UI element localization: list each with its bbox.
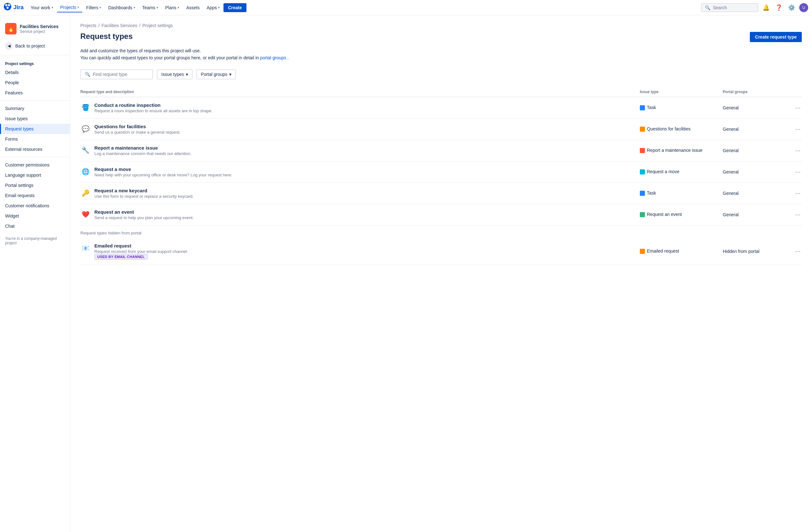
sidebar-item-widget[interactable]: Widget: [0, 211, 70, 221]
sidebar-item-chat[interactable]: Chat: [0, 221, 70, 231]
table-row: 💬 Questions for facilities Send us a que…: [80, 119, 802, 140]
rt-portal-group: Hidden from portal: [723, 249, 786, 254]
request-type-search-input[interactable]: [93, 72, 148, 77]
apps-nav[interactable]: Apps ▾: [203, 3, 223, 12]
sidebar-item-external-resources[interactable]: External resources: [0, 144, 70, 154]
table-row: 🪣 Conduct a routine inspection Request a…: [80, 97, 802, 119]
nav-right: 🔍 Search 🔔 ❓ ⚙️ U: [701, 2, 808, 13]
sidebar-item-customer-permissions[interactable]: Customer permissions: [0, 160, 70, 170]
rt-more-button[interactable]: ···: [794, 103, 802, 113]
sidebar-item-people[interactable]: People: [0, 77, 70, 88]
sidebar-item-issue-types[interactable]: Issue types: [0, 114, 70, 124]
notifications-button[interactable]: 🔔: [761, 2, 771, 13]
page-header: Request types Create request type: [80, 32, 802, 42]
rt-portal-group: General: [723, 169, 786, 174]
portal-groups-link[interactable]: portal groups: [260, 55, 286, 60]
rt-name-col: 🪣 Conduct a routine inspection Request a…: [80, 102, 640, 113]
issue-type-icon: [640, 169, 645, 174]
rt-issue-type: Request an event: [640, 212, 723, 217]
rt-more-button[interactable]: ···: [794, 145, 802, 155]
sidebar-divider-features: [0, 100, 70, 101]
rt-more-button[interactable]: ···: [794, 246, 802, 256]
rt-icon: 💬: [80, 124, 90, 134]
rt-name-col: 📧 Emailed request Request received from …: [80, 243, 640, 260]
page-desc-prefix: You can quickly add request types to you…: [80, 55, 260, 60]
settings-button[interactable]: ⚙️: [786, 2, 797, 13]
global-search[interactable]: 🔍 Search: [701, 3, 758, 12]
rt-icon: 🌐: [80, 167, 90, 177]
breadcrumb-current: Project settings: [142, 23, 173, 28]
rt-portal-group: General: [723, 105, 786, 110]
sidebar-item-request-types[interactable]: Request types: [0, 124, 70, 134]
sidebar-item-features[interactable]: Features: [0, 88, 70, 98]
rt-more-button[interactable]: ···: [794, 167, 802, 177]
teams-nav[interactable]: Teams ▾: [139, 3, 161, 12]
jira-icon: [4, 3, 12, 12]
page-desc-line1: Add and customize the types of requests …: [80, 47, 802, 54]
rt-desc: Request a room inspection to ensure all …: [95, 109, 213, 113]
issue-type-icon: [640, 105, 645, 110]
rt-name: Conduct a routine inspection: [95, 102, 213, 108]
rt-portal-group: General: [723, 148, 786, 153]
create-request-type-button[interactable]: Create request type: [750, 32, 802, 42]
sidebar-divider-1: [0, 55, 70, 55]
sidebar-item-summary[interactable]: Summary: [0, 103, 70, 114]
breadcrumb-facilities[interactable]: Facilities Services: [101, 23, 137, 28]
plans-nav[interactable]: Plans ▾: [162, 3, 182, 12]
filters-chevron: ▾: [100, 6, 101, 9]
issue-types-chevron: ▾: [186, 72, 188, 77]
rt-icon: 🔧: [80, 145, 90, 155]
user-avatar[interactable]: U: [799, 3, 808, 12]
breadcrumb-projects[interactable]: Projects: [80, 23, 97, 28]
create-button[interactable]: Create: [223, 3, 246, 12]
sidebar-item-language-support[interactable]: Language support: [0, 170, 70, 180]
sidebar-project-header: 🔥 Facilities Services Service project: [0, 20, 70, 40]
rt-more-button[interactable]: ···: [794, 124, 802, 134]
col-portal-groups: Portal groups: [723, 90, 786, 94]
rt-issue-type: Emailed request: [640, 248, 723, 254]
assets-nav[interactable]: Assets: [183, 3, 203, 12]
main-content: Projects / Facilities Services / Project…: [70, 15, 812, 532]
filter-row: 🔍 Issue types ▾ Portal groups ▾: [80, 69, 802, 80]
hidden-section-label: Request types hidden from portal: [80, 226, 802, 238]
sidebar-item-details[interactable]: Details: [0, 67, 70, 77]
top-navigation: Jira Your work ▾ Projects ▾ Filters ▾ Da…: [0, 0, 812, 15]
project-name: Facilities Services: [20, 24, 58, 29]
rt-portal-group: General: [723, 127, 786, 132]
dashboards-nav[interactable]: Dashboards ▾: [105, 3, 139, 12]
sidebar-item-portal-settings[interactable]: Portal settings: [0, 180, 70, 190]
plans-chevron: ▾: [177, 6, 179, 9]
your-work-nav[interactable]: Your work ▾: [27, 3, 56, 12]
issue-type-icon: [640, 191, 645, 196]
table-row: 🌐 Request a move Need help with your upc…: [80, 161, 802, 183]
help-button[interactable]: ❓: [774, 2, 784, 13]
rt-more-button[interactable]: ···: [794, 210, 802, 219]
table-row: 📧 Emailed request Request received from …: [80, 238, 802, 265]
rt-name: Request a move: [95, 167, 232, 172]
rt-issue-type: Request a move: [640, 169, 723, 174]
rt-icon: 📧: [80, 243, 90, 253]
jira-logo[interactable]: Jira: [4, 3, 24, 12]
portal-groups-filter[interactable]: Portal groups ▾: [197, 69, 236, 80]
projects-nav[interactable]: Projects ▾: [57, 3, 83, 12]
back-to-project[interactable]: ◀ Back to project: [0, 40, 70, 52]
rt-desc: Use this form to request or replace a se…: [95, 194, 193, 199]
request-types-list: 🪣 Conduct a routine inspection Request a…: [80, 97, 802, 226]
rt-name-col: 🔑 Request a new keycard Use this form to…: [80, 188, 640, 199]
rt-issue-type: Report a maintenance issue: [640, 148, 723, 153]
your-work-chevron: ▾: [52, 6, 53, 9]
request-type-search[interactable]: 🔍: [80, 69, 153, 80]
filters-nav[interactable]: Filters ▾: [83, 3, 104, 12]
sidebar-item-email-requests[interactable]: Email requests: [0, 190, 70, 201]
projects-chevron: ▾: [77, 5, 79, 9]
search-icon: 🔍: [85, 72, 90, 77]
rt-issue-type: Task: [640, 105, 723, 110]
rt-portal-group: General: [723, 212, 786, 217]
rt-icon: 🪣: [80, 102, 90, 113]
rt-more-button[interactable]: ···: [794, 188, 802, 198]
page-desc-suffix: .: [287, 55, 289, 60]
sidebar-section-title: Project settings: [0, 58, 70, 67]
sidebar-item-customer-notifications[interactable]: Customer notifications: [0, 201, 70, 211]
issue-types-filter[interactable]: Issue types ▾: [157, 69, 192, 80]
sidebar-item-forms[interactable]: Forms: [0, 134, 70, 144]
